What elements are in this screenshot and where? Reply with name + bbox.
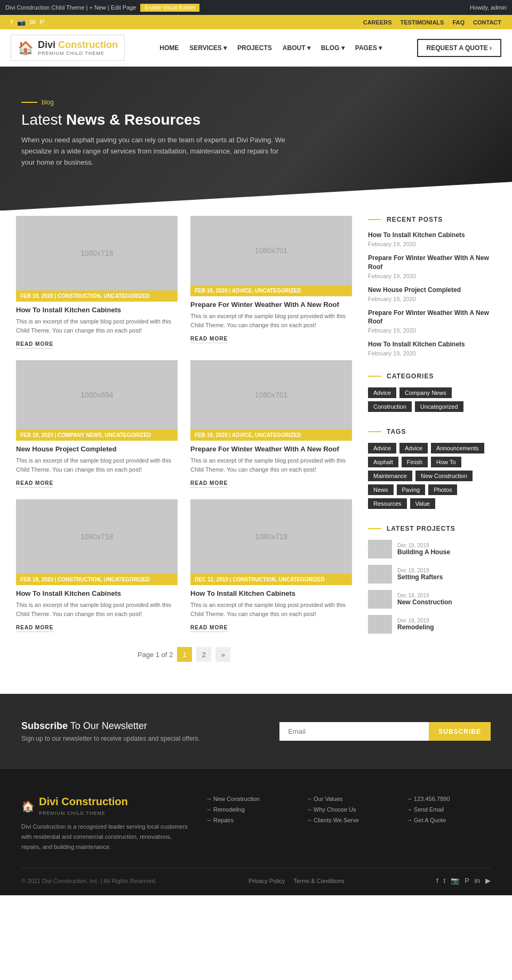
category-uncategorized[interactable]: Uncategorized [415,401,463,412]
tag-new-construction[interactable]: New Construction [415,471,473,481]
main-nav: HOME SERVICES ▾ PROJECTS ABOUT ▾ BLOG ▾ … [159,44,382,52]
pinterest-icon[interactable]: P [40,18,45,26]
admin-bar: Divi Construction Child Theme | + New | … [0,0,512,15]
nav-blog[interactable]: BLOG ▾ [321,44,345,52]
terms-link[interactable]: Terms & Conditions [293,878,344,884]
testimonials-link[interactable]: TESTIMONIALS [401,19,444,26]
admin-bar-text: Divi Construction Child Theme | + New | … [5,4,136,11]
careers-link[interactable]: CAREERS [363,19,392,26]
footer-link-repairs[interactable]: Repairs [206,817,290,823]
nav-about[interactable]: ABOUT ▾ [283,44,310,52]
read-more-link[interactable]: READ MORE [190,480,228,488]
logo-area: 🏠 Divi Construction PREMIUM CHILD THEME [11,35,125,61]
category-company-news[interactable]: Company News [399,387,452,398]
enable-visual-builder-btn[interactable]: Enable Visual Builder [140,4,199,12]
post-meta: FEB 19, 2020 | ADVICE, UNCATEGORIZED [190,430,352,441]
mail-icon[interactable]: ✉ [30,18,36,26]
footer-phone[interactable]: 123.456.7890 [406,796,491,802]
faq-link[interactable]: FAQ [452,19,465,26]
newsletter-section: Subscribe To Our Newsletter Sign up to o… [0,694,512,769]
footer-col-1: New Construction Remodeling Repairs [206,796,290,852]
footer-link-why-choose[interactable]: Why Choose Us [306,806,390,813]
post-card: 1080x718 FEB 19, 2020 | CONSTRUCTION, UN… [16,499,178,631]
footer-youtube-icon[interactable]: ▶ [485,877,491,885]
tag-finish[interactable]: Finish [402,457,428,467]
post-excerpt: This is an excerpt of the sample blog po… [16,317,178,335]
post-meta: FEB 19, 2020 | CONSTRUCTION, UNCATEGORIZ… [16,290,178,302]
footer-col-2: Our Values Why Choose Us Clients We Serv… [306,796,390,852]
footer-twitter-icon[interactable]: t [444,877,446,885]
tag-advice1[interactable]: Advice [368,443,396,453]
post-meta: FEB 19, 2020 | ADVICE, UNCATEGORIZED [190,285,352,296]
newsletter-subscribe-button[interactable]: SUBSCRIBE [429,722,491,741]
instagram-icon[interactable]: 📷 [17,18,26,26]
footer-email-link[interactable]: Send Email [406,806,491,813]
tag-photos[interactable]: Photos [428,484,457,495]
read-more-link[interactable]: READ MORE [190,625,228,632]
contact-link[interactable]: CONTACT [473,19,501,26]
post-title: New House Project Completed [16,445,178,453]
footer-logo: Divi Construction [39,796,128,808]
page-1-button[interactable]: 1 [177,647,192,662]
recent-post: Prepare For Winter Weather With A New Ro… [368,254,496,279]
tag-value[interactable]: Value [410,498,435,509]
footer-instagram-icon[interactable]: 📷 [451,877,459,885]
project-name: New Construction [397,598,452,606]
project-date: Dec 19, 2019 [397,618,434,623]
page-next-button[interactable]: » [215,647,230,662]
nav-home[interactable]: HOME [159,44,179,52]
tag-news[interactable]: News [368,484,394,495]
tag-advice2[interactable]: Advice [399,443,428,453]
privacy-policy-link[interactable]: Privacy Policy [249,878,285,884]
recent-post-title: How To Install Kitchen Cabinets [368,340,496,349]
project-info: Dec 19, 2019 Remodeling [397,618,434,631]
recent-post-title: How To Install Kitchen Cabinets [368,231,496,240]
logo-icon: 🏠 [18,41,34,55]
read-more-link[interactable]: READ MORE [16,625,53,632]
tag-resources[interactable]: Resources [368,498,407,509]
footer-link-new-construction[interactable]: New Construction [206,796,290,802]
nav-services[interactable]: SERVICES ▾ [189,44,227,52]
newsletter-text: Subscribe To Our Newsletter Sign up to o… [21,720,200,742]
nav-projects[interactable]: PROJECTS [237,44,272,52]
hero-section: blog Latest News & Resources When you ne… [0,67,512,210]
newsletter-email-input[interactable] [279,722,429,741]
footer-pinterest-icon[interactable]: P [465,877,469,885]
post-meta: DEC 12, 2019 | CONSTRUCTION, UNCATEGORIZ… [190,574,352,585]
recent-post-title: New House Project Completed [368,286,496,295]
footer-link-clients[interactable]: Clients We Serve [306,817,390,823]
read-more-link[interactable]: READ MORE [16,480,53,488]
recent-post-date: February 19, 2020 [368,327,496,334]
read-more-link[interactable]: READ MORE [16,341,53,349]
footer-facebook-icon[interactable]: f [436,877,438,885]
top-bar-links: CAREERS TESTIMONIALS FAQ CONTACT [363,19,501,26]
category-advice[interactable]: Advice [368,387,396,398]
tag-paving[interactable]: Paving [397,484,426,495]
nav-pages[interactable]: PAGES ▾ [355,44,382,52]
post-card: 1080x701 FEB 19, 2020 | ADVICE, UNCATEGO… [190,360,352,487]
read-more-link[interactable]: READ MORE [190,336,228,343]
recent-post-date: February 19, 2020 [368,350,496,357]
post-excerpt: This is an excerpt of the sample blog po… [16,456,178,474]
tag-announcements[interactable]: Announcements [431,443,484,453]
latest-project: Dec 19, 2019 Building A House [368,540,496,558]
footer-quote-link[interactable]: Get A Quote [406,817,491,823]
footer-link-remodeling[interactable]: Remodeling [206,806,290,813]
tag-howto[interactable]: How To [431,457,461,467]
project-thumb [368,540,392,558]
tag-maintenance[interactable]: Maintenance [368,471,412,481]
hero-title-bold: News & Resources [66,111,201,128]
footer-link-values[interactable]: Our Values [306,796,390,802]
footer-linkedin-icon[interactable]: in [475,877,480,885]
page-2-button[interactable]: 2 [196,647,211,662]
recent-post: How To Install Kitchen Cabinets February… [368,340,496,357]
facebook-icon[interactable]: f [11,18,13,26]
footer-top: 🏠 Divi Construction PREMIUM CHILD THEME … [21,796,491,852]
tag-asphalt[interactable]: Asphalt [368,457,398,467]
recent-post-date: February 19, 2020 [368,273,496,279]
post-meta: FEB 19, 2020 | COMPANY NEWS, UNCATEGORIZ… [16,430,178,441]
category-construction[interactable]: Construction [368,401,412,412]
project-name: Setting Rafters [397,573,443,581]
tags-list: Advice Advice Announcements Asphalt Fini… [368,443,496,509]
request-quote-button[interactable]: Request A Quote › [417,39,501,57]
